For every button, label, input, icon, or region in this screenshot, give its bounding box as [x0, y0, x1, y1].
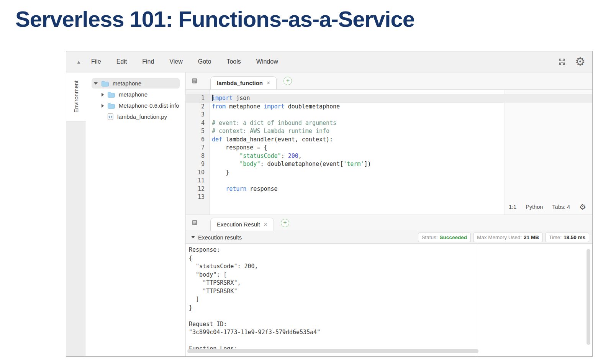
line-number: 7	[186, 144, 209, 152]
tab-lambda-function[interactable]: lambda_function ×	[210, 76, 277, 89]
output-line: "TTPSRSRX",	[189, 279, 592, 287]
output-line: "TTPSRSRK"	[189, 287, 592, 296]
tree-item-label: metaphone	[119, 91, 147, 98]
line-number: 5	[186, 127, 209, 136]
output-line: ]	[189, 295, 592, 304]
line-number-gutter: 12345678910111213	[186, 90, 210, 215]
execution-results-title: Execution results	[198, 234, 242, 241]
output-line: {	[189, 254, 592, 263]
code-line: return response	[210, 185, 592, 193]
output-line: "3c899c04-1773-11e9-92f3-579dd6e535a4"	[189, 328, 592, 337]
line-number: 12	[186, 185, 209, 193]
badge-label: Status:	[422, 234, 438, 240]
line-number: 3	[186, 111, 209, 119]
output-line	[189, 312, 592, 320]
print-margin-line	[478, 244, 478, 356]
line-number: 8	[186, 152, 209, 161]
code-content[interactable]: import jsonfrom metaphone import doublem…	[210, 90, 592, 215]
ide-window: ▲ FileEditFindViewGotoToolsWindow ⚙ Envi…	[66, 51, 593, 357]
line-number: 11	[186, 177, 209, 185]
tab-execution-result[interactable]: Execution Result ×	[210, 218, 274, 231]
fullscreen-icon[interactable]	[557, 57, 567, 66]
output-line: Response:	[189, 246, 592, 254]
code-line: import json	[210, 94, 592, 103]
tree-item-lambda-function-py[interactable]: lambda_function.py	[85, 111, 185, 122]
tab-list-icon[interactable]	[191, 220, 199, 226]
tree-item-label: Metaphone-0.6.dist-info	[119, 102, 179, 109]
tree-item-metaphone[interactable]: metaphone	[85, 78, 185, 89]
line-number: 4	[186, 119, 209, 128]
environment-tab-label: Environment	[73, 80, 79, 113]
code-line	[210, 111, 592, 119]
line-number: 10	[186, 169, 209, 177]
menu-item-goto[interactable]: Goto	[198, 58, 211, 65]
line-number: 9	[186, 160, 209, 169]
menu-bar: ▲ FileEditFindViewGotoToolsWindow ⚙	[66, 51, 592, 72]
folder-icon	[101, 80, 109, 87]
code-line: # event: a dict of inbound arguments	[210, 119, 592, 128]
execution-output[interactable]: Response:{ "statusCode": 200, "body": [ …	[186, 244, 592, 356]
menu-item-view[interactable]: View	[169, 58, 182, 65]
tree-item-label: metaphone	[113, 80, 141, 87]
editor-tab-bar: lambda_function × +	[186, 72, 592, 90]
tab-close-icon[interactable]: ×	[264, 221, 267, 228]
output-line: }	[189, 304, 592, 312]
code-line: def lambda_handler(event, context):	[210, 136, 592, 144]
tab-size[interactable]: Tabs: 4	[552, 204, 570, 210]
line-number: 6	[186, 136, 209, 144]
editor-status-bar: 1:1 Python Tabs: 4 ⚙	[506, 202, 589, 212]
execution-results-header: Execution results Status:SucceededMax Me…	[186, 231, 592, 244]
file-tree-panel: metaphonemetaphoneMetaphone-0.6.dist-inf…	[85, 72, 185, 356]
chevron-right-icon[interactable]	[102, 104, 104, 108]
menu-item-tools[interactable]: Tools	[226, 58, 241, 65]
status-badge-time: Time:18.50 ms	[545, 233, 589, 242]
horizontal-scrollbar[interactable]	[187, 349, 478, 353]
code-line	[210, 193, 592, 202]
editor-pane: lambda_function × + 12345678910111213 im…	[186, 72, 592, 215]
code-area[interactable]: 12345678910111213 import jsonfrom metaph…	[186, 90, 592, 215]
chevron-down-icon[interactable]	[94, 82, 98, 85]
menu-items: FileEditFindViewGotoToolsWindow	[91, 58, 293, 65]
slide-title: Serverless 101: Functions-as-a-Service	[15, 6, 415, 32]
new-tab-button[interactable]: +	[281, 219, 289, 227]
editor-settings-gear-icon[interactable]: ⚙	[579, 203, 586, 211]
tab-close-icon[interactable]: ×	[267, 80, 270, 87]
line-number: 2	[186, 103, 209, 111]
menubar-right: ⚙	[557, 56, 585, 67]
settings-gear-icon[interactable]: ⚙	[575, 56, 585, 67]
badge-value: 21 MB	[524, 234, 539, 240]
output-line	[189, 337, 592, 345]
environment-tab[interactable]: Environment	[66, 72, 86, 121]
side-strip: Environment	[66, 72, 85, 356]
collapse-section-icon[interactable]	[191, 236, 195, 238]
tree-item-metaphone[interactable]: metaphone	[85, 89, 185, 100]
folder-icon	[107, 103, 115, 109]
badge-value: Succeeded	[440, 234, 467, 240]
tab-lambda-function-label: lambda_function	[217, 80, 263, 86]
collapse-panel-icon[interactable]: ▲	[76, 59, 81, 65]
window-body: Environment metaphonemetaphoneMetaphone-…	[66, 72, 592, 356]
menu-item-edit[interactable]: Edit	[116, 58, 127, 65]
output-line: Request ID:	[189, 320, 592, 329]
badge-label: Time:	[549, 234, 562, 240]
code-line: # context: AWS Lambda runtime info	[210, 127, 592, 136]
chevron-right-icon[interactable]	[102, 93, 104, 97]
cursor-position[interactable]: 1:1	[509, 204, 516, 210]
tab-list-icon[interactable]	[191, 78, 199, 84]
folder-icon	[107, 92, 115, 98]
menu-item-window[interactable]: Window	[256, 58, 278, 65]
new-tab-button[interactable]: +	[283, 77, 292, 85]
tree-item-label: lambda_function.py	[117, 113, 167, 120]
tab-execution-result-label: Execution Result	[217, 221, 260, 228]
menu-item-find[interactable]: Find	[142, 58, 154, 65]
output-line: "statusCode": 200,	[189, 262, 592, 271]
tree-item-metaphone-0-6-dist-info[interactable]: Metaphone-0.6.dist-info	[85, 100, 185, 111]
menu-item-file[interactable]: File	[91, 58, 101, 65]
status-badge-status: Status:Succeeded	[418, 233, 471, 242]
execution-pane: Execution Result × + Execution results S…	[186, 215, 592, 356]
output-line: "body": [	[189, 271, 592, 279]
python-file-icon	[107, 113, 114, 120]
line-number: 13	[186, 193, 209, 202]
vertical-scrollbar[interactable]	[587, 249, 590, 345]
language-mode[interactable]: Python	[526, 204, 543, 210]
